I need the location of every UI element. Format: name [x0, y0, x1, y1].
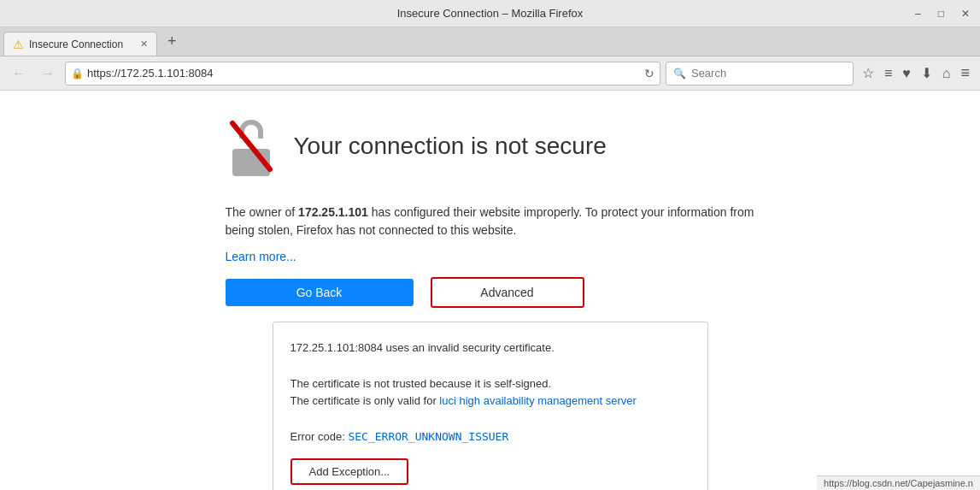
- cert-valid-prefix: The certificate is only valid for: [290, 394, 440, 407]
- tab-label: Insecure Connection: [29, 38, 123, 50]
- title-bar: Insecure Connection – Mozilla Firefox – …: [0, 0, 980, 27]
- advanced-panel: 172.25.1.101:8084 uses an invalid securi…: [273, 322, 708, 490]
- window-title: Insecure Connection – Mozilla Firefox: [397, 7, 584, 20]
- tab-bar: ⚠ Insecure Connection ✕ +: [0, 27, 980, 56]
- status-url: https://blog.csdn.net/Capejasmine.n: [824, 478, 973, 488]
- maximize-button[interactable]: □: [935, 6, 948, 21]
- refresh-icon[interactable]: ↻: [644, 67, 654, 80]
- cert-error-line2: The certificate is not trusted because i…: [290, 375, 690, 393]
- slash-icon: [226, 116, 277, 176]
- learn-more-link[interactable]: Learn more...: [226, 250, 755, 263]
- download-icon[interactable]: ⬇: [918, 62, 936, 85]
- body-prefix: The owner of: [226, 205, 299, 219]
- tab-close-icon[interactable]: ✕: [140, 38, 148, 50]
- cert-error-line3: The certificate is only valid for luci h…: [290, 393, 690, 410]
- search-bar[interactable]: 🔍: [666, 62, 854, 86]
- error-code-line: Error code: SEC_ERROR_UNKNOWN_ISSUER: [290, 428, 690, 446]
- address-bar[interactable]: 🔒 ↻: [65, 62, 660, 86]
- cert-error-line1: 172.25.1.101:8084 uses an invalid securi…: [290, 339, 690, 357]
- reader-icon[interactable]: ≡: [881, 62, 895, 85]
- error-body: The owner of 172.25.1.101 has configured…: [226, 204, 755, 239]
- add-exception-button[interactable]: Add Exception...: [290, 458, 409, 485]
- menu-icon[interactable]: ≡: [957, 61, 973, 86]
- button-row: Go Back Advanced: [226, 277, 755, 308]
- new-tab-button[interactable]: +: [162, 32, 182, 50]
- cert-valid-link[interactable]: luci high availability management server: [439, 394, 637, 407]
- status-bar: https://blog.csdn.net/Capejasmine.n: [817, 475, 980, 490]
- main-content: Your connection is not secure The owner …: [0, 91, 980, 490]
- search-icon: 🔍: [673, 68, 686, 80]
- svg-line-0: [232, 123, 270, 169]
- navigation-bar: ← → 🔒 ↻ 🔍 ☆ ≡ ♥ ⬇ ⌂ ≡: [0, 56, 980, 91]
- lock-icon: 🔒: [71, 68, 84, 80]
- advanced-button[interactable]: Advanced: [431, 277, 584, 308]
- forward-button[interactable]: →: [36, 62, 60, 85]
- error-header: Your connection is not secure: [226, 116, 755, 176]
- back-button[interactable]: ←: [7, 62, 31, 85]
- error-code: SEC_ERROR_UNKNOWN_ISSUER: [348, 430, 508, 443]
- close-button[interactable]: ✕: [958, 6, 973, 21]
- warning-icon: ⚠: [13, 38, 24, 51]
- error-title: Your connection is not secure: [294, 133, 607, 160]
- active-tab[interactable]: ⚠ Insecure Connection ✕: [3, 32, 157, 56]
- error-prefix: Error code:: [290, 430, 349, 443]
- lock-icon-graphic: [226, 116, 277, 176]
- go-back-button[interactable]: Go Back: [226, 279, 414, 306]
- window-controls[interactable]: – □ ✕: [912, 6, 973, 21]
- bookmark-icon[interactable]: ☆: [859, 62, 877, 85]
- nav-icons: ☆ ≡ ♥ ⬇ ⌂ ≡: [859, 61, 973, 86]
- body-host: 172.25.1.101: [298, 205, 368, 219]
- minimize-button[interactable]: –: [912, 6, 924, 21]
- url-input[interactable]: [87, 67, 641, 80]
- pocket-icon[interactable]: ♥: [899, 62, 914, 85]
- search-input[interactable]: [691, 67, 846, 80]
- home-icon[interactable]: ⌂: [939, 62, 954, 85]
